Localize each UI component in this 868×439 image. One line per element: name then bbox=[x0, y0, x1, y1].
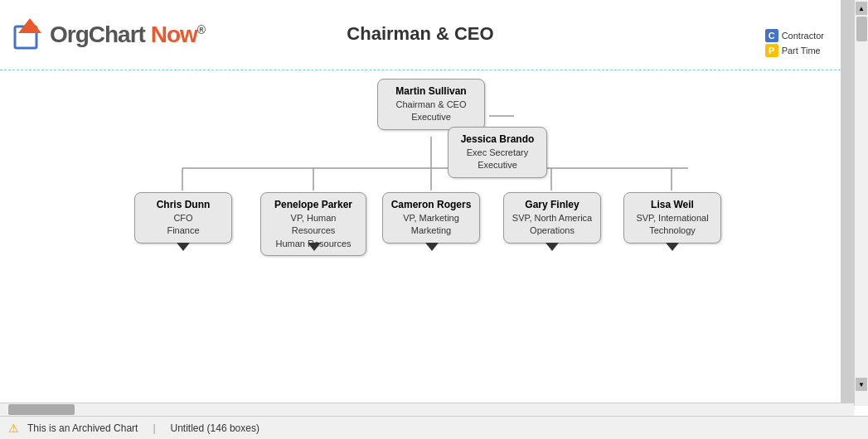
legend-area: C Contractor P Part Time bbox=[765, 29, 824, 57]
dunn-dept: Finance bbox=[142, 224, 225, 237]
org-chart-area: Martin Sullivan Chairman & CEO Executive… bbox=[0, 70, 841, 406]
node-finley[interactable]: Gary Finley SVP, North America Operation… bbox=[503, 192, 601, 244]
weil-dept: Technology bbox=[631, 224, 714, 237]
node-rogers[interactable]: Cameron Rogers VP, Marketing Marketing bbox=[382, 192, 480, 244]
rogers-dept: Marketing bbox=[390, 224, 473, 237]
contractor-label: Contractor bbox=[782, 31, 824, 41]
logo-reg: ® bbox=[197, 23, 205, 36]
main-content-area: OrgChart Now® Chairman & CEO C Contracto… bbox=[0, 0, 854, 406]
arrow-dunn bbox=[177, 243, 190, 251]
arrow-parker bbox=[308, 243, 321, 251]
node-brando[interactable]: Jessica Brando Exec Secretary Executive bbox=[448, 127, 547, 178]
scrollbar-right[interactable]: ▲ ▼ bbox=[854, 0, 868, 406]
chart-info: Untitled (146 boxes) bbox=[171, 422, 259, 434]
contractor-badge: C bbox=[765, 29, 778, 42]
logo-area: OrgChart Now® bbox=[8, 15, 205, 55]
part-time-badge: P bbox=[765, 44, 778, 57]
sullivan-title: Chairman & CEO bbox=[385, 99, 478, 111]
logo-chart: Chart bbox=[89, 22, 151, 47]
header: OrgChart Now® Chairman & CEO C Contracto… bbox=[0, 0, 841, 70]
arrow-finley bbox=[546, 243, 559, 251]
node-weil[interactable]: Lisa Weil SVP, International Technology bbox=[623, 192, 721, 244]
status-divider: | bbox=[153, 422, 155, 434]
parker-title: VP, Human Resources bbox=[268, 212, 359, 238]
weil-title: SVP, International bbox=[631, 212, 714, 224]
scrollbar-horizontal[interactable] bbox=[0, 403, 854, 416]
archived-text: This is an Archived Chart bbox=[27, 422, 138, 434]
parker-name: Penelope Parker bbox=[268, 198, 359, 212]
scroll-down-arrow[interactable]: ▼ bbox=[856, 378, 867, 391]
legend-part-time: P Part Time bbox=[765, 44, 824, 57]
brando-title: Exec Secretary bbox=[455, 147, 540, 159]
logo-org: Org bbox=[50, 22, 89, 47]
rogers-name: Cameron Rogers bbox=[390, 198, 473, 212]
scroll-up-arrow[interactable]: ▲ bbox=[856, 2, 867, 15]
finley-name: Gary Finley bbox=[511, 198, 594, 212]
status-bar: ⚠ This is an Archived Chart | Untitled (… bbox=[0, 416, 868, 439]
dunn-title: CFO bbox=[142, 212, 225, 224]
page-title: Chairman & CEO bbox=[347, 23, 493, 45]
dunn-name: Chris Dunn bbox=[142, 198, 225, 212]
rogers-title: VP, Marketing bbox=[390, 212, 473, 224]
legend-contractor: C Contractor bbox=[765, 29, 824, 42]
warning-icon: ⚠ bbox=[8, 422, 19, 435]
scroll-thumb-right[interactable] bbox=[856, 17, 867, 41]
scroll-thumb-horizontal[interactable] bbox=[8, 404, 75, 415]
finley-title: SVP, North America bbox=[511, 212, 594, 224]
arrow-weil bbox=[666, 243, 679, 251]
logo-text: OrgChart Now® bbox=[50, 22, 205, 48]
node-dunn[interactable]: Chris Dunn CFO Finance bbox=[134, 192, 232, 244]
logo-icon bbox=[8, 15, 48, 55]
weil-name: Lisa Weil bbox=[631, 198, 714, 212]
brando-dept: Executive bbox=[455, 159, 540, 171]
sullivan-dept: Executive bbox=[385, 111, 478, 123]
sullivan-name: Martin Sullivan bbox=[385, 84, 478, 99]
finley-dept: Operations bbox=[511, 224, 594, 237]
part-time-label: Part Time bbox=[782, 46, 821, 55]
node-sullivan[interactable]: Martin Sullivan Chairman & CEO Executive bbox=[377, 79, 485, 130]
arrow-rogers bbox=[425, 243, 439, 251]
logo-now: Now bbox=[151, 22, 197, 47]
brando-name: Jessica Brando bbox=[455, 133, 540, 147]
